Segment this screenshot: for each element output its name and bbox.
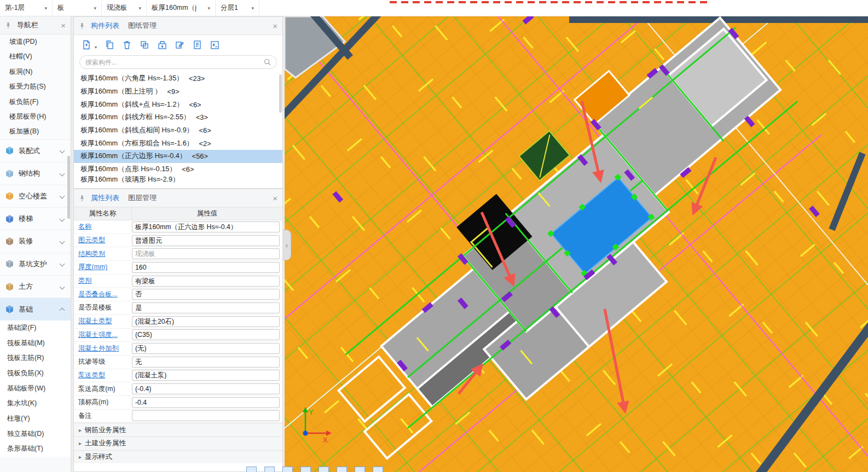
property-name[interactable]: 厚度(mm) bbox=[74, 263, 132, 272]
panel-collapse-tab[interactable]: ‹ bbox=[283, 230, 291, 260]
component-list-item[interactable]: 板厚160mm（斜线+点 Hs=-1.2）<6> bbox=[74, 98, 282, 111]
sidebar-group-4[interactable]: 装修 bbox=[0, 230, 71, 252]
sidebar-subitem-7[interactable]: 独立基础(D) bbox=[0, 427, 71, 442]
sidebar-group-7[interactable]: 基础 bbox=[0, 298, 71, 320]
property-name[interactable]: 泵送类型 bbox=[74, 371, 132, 380]
topbar-dropdown-5[interactable]: 分层1▾ bbox=[216, 0, 259, 16]
component-list-item[interactable]: 板厚160mm（点形 Hs=-0.15）<6> bbox=[74, 163, 282, 176]
pin-icon[interactable] bbox=[5, 22, 11, 29]
viewport-canvas[interactable]: Y X bbox=[285, 16, 868, 472]
property-value-input[interactable]: 有梁板 bbox=[132, 276, 280, 287]
sidebar-group-3[interactable]: 楼梯 bbox=[0, 207, 71, 230]
property-name[interactable]: 图元类型 bbox=[74, 236, 132, 245]
search-input[interactable] bbox=[85, 59, 261, 66]
topbar-dropdown-4[interactable]: 板厚160mm（į▾ bbox=[147, 0, 216, 16]
property-value-input[interactable] bbox=[132, 410, 280, 421]
sidebar-item-6[interactable]: 板加腋(B) bbox=[0, 124, 71, 139]
view-control-icon[interactable] bbox=[282, 467, 293, 472]
sidebar-group-5[interactable]: 基坑支护 bbox=[0, 253, 71, 275]
sidebar-subitem-8[interactable]: 条形基础(T) bbox=[0, 441, 71, 457]
view-control-icon[interactable] bbox=[264, 467, 275, 472]
sidebar-subitem-5[interactable]: 集水坑(K) bbox=[0, 396, 71, 411]
property-name[interactable]: 混凝土外加剂 bbox=[74, 344, 132, 353]
properties-tab-1[interactable]: 图层管理 bbox=[128, 189, 157, 207]
property-value-input[interactable]: 否 bbox=[132, 289, 280, 300]
property-name[interactable]: 是否叠合板... bbox=[74, 290, 132, 299]
layer-copy-icon[interactable] bbox=[137, 38, 152, 53]
component-doc-icon[interactable] bbox=[189, 38, 204, 53]
pin-icon[interactable] bbox=[79, 195, 85, 202]
properties-tab-0[interactable]: 属性列表 bbox=[91, 189, 119, 207]
search-icon[interactable] bbox=[264, 59, 271, 66]
pin-icon[interactable] bbox=[79, 22, 85, 30]
sidebar-subitem-2[interactable]: 筏板主筋(R) bbox=[0, 351, 71, 366]
view-control-icon[interactable] bbox=[300, 467, 311, 472]
filter-expression-icon[interactable] bbox=[207, 38, 222, 53]
property-value-input[interactable]: (混凝土20石) bbox=[132, 316, 280, 327]
component-list-item[interactable]: 板厚160mm（玻璃形 Hs=-2.9） bbox=[74, 176, 282, 183]
component-list-item[interactable]: 板厚160mm（斜线方框 Hs=-2.55）<3> bbox=[74, 111, 282, 124]
sidebar-group-6[interactable]: 土方 bbox=[0, 275, 71, 298]
sidebar-group-2[interactable]: 空心楼盖 bbox=[0, 185, 71, 207]
property-name[interactable]: 混凝土类型 bbox=[74, 317, 132, 326]
component-list-item[interactable]: 板厚160mm（六角星 Hs=-1.35）<23> bbox=[74, 72, 282, 85]
property-name[interactable]: 类别 bbox=[74, 276, 132, 285]
component-list-item[interactable]: 板厚160mm（斜线点相间 Hs=-0.9）<6> bbox=[74, 124, 282, 137]
property-row: 泵送类型(混凝土泵) bbox=[74, 369, 282, 383]
sidebar-subitem-1[interactable]: 筏板基础(M) bbox=[0, 336, 71, 351]
cad-viewport[interactable]: Y X bbox=[285, 16, 868, 472]
sidebar-subitem-0[interactable]: 基础梁(F) bbox=[0, 321, 71, 336]
sidebar-item-0[interactable]: 坡道(PD) bbox=[0, 34, 71, 49]
delete-component-icon[interactable] bbox=[119, 38, 134, 53]
copy-component-icon[interactable] bbox=[102, 38, 117, 53]
close-icon[interactable]: × bbox=[273, 22, 277, 30]
sidebar-scrollbar[interactable] bbox=[67, 156, 70, 219]
component-list-scrollbar[interactable] bbox=[279, 74, 282, 113]
topbar-dropdown-1[interactable]: 第-1层▾ bbox=[0, 0, 53, 16]
component-list-item[interactable]: 板厚160mm（正六边形 Hs=-0.4）<56> bbox=[74, 150, 282, 163]
property-section-0[interactable]: ▸钢筋业务属性 bbox=[74, 423, 282, 436]
property-name[interactable]: 名称 bbox=[74, 222, 132, 231]
topbar-dropdown-2[interactable]: 板▾ bbox=[53, 0, 102, 16]
view-control-icon[interactable] bbox=[373, 467, 383, 472]
property-section-1[interactable]: ▸土建业务属性 bbox=[74, 436, 282, 450]
property-value-input[interactable]: -0.4 bbox=[132, 397, 280, 408]
component-list-item[interactable]: 板厚160mm（方框形组合 Hs=-1.6）<2> bbox=[74, 137, 282, 150]
sidebar-subitem-3[interactable]: 筏板负筋(X) bbox=[0, 366, 71, 381]
close-icon[interactable]: × bbox=[61, 21, 66, 30]
component-tab-1[interactable]: 图纸管理 bbox=[128, 17, 157, 34]
property-name[interactable]: 混凝土强度... bbox=[74, 330, 132, 340]
property-value-input[interactable]: 现浇板 bbox=[132, 248, 280, 259]
sidebar-item-1[interactable]: 柱帽(V) bbox=[0, 49, 71, 64]
sidebar-item-3[interactable]: 板受力筋(S) bbox=[0, 79, 71, 94]
property-value-input[interactable]: 是 bbox=[132, 302, 280, 313]
sidebar-item-2[interactable]: 板洞(N) bbox=[0, 65, 71, 79]
component-tab-0[interactable]: 构件列表 bbox=[91, 17, 119, 34]
property-value-input[interactable]: (无) bbox=[132, 343, 280, 354]
sidebar-group-1[interactable]: 钢结构 bbox=[0, 162, 71, 184]
sidebar-subitem-6[interactable]: 柱墩(Y) bbox=[0, 411, 71, 427]
rename-icon[interactable] bbox=[172, 38, 187, 53]
view-control-icon[interactable] bbox=[246, 467, 257, 472]
property-section-2[interactable]: ▸显示样式 bbox=[74, 450, 282, 464]
property-name[interactable]: 结构类别 bbox=[74, 249, 132, 259]
view-control-icon[interactable] bbox=[319, 467, 329, 472]
sidebar-item-4[interactable]: 板负筋(F) bbox=[0, 95, 71, 109]
property-value-input[interactable]: 普通图元 bbox=[132, 235, 280, 246]
sidebar-item-5[interactable]: 楼层板带(H) bbox=[0, 109, 71, 124]
property-value-input[interactable]: (C35) bbox=[132, 329, 280, 340]
property-value-input[interactable]: (-0.4) bbox=[132, 383, 280, 394]
component-list-item[interactable]: 板厚160mm（图上注明 ）<9> bbox=[74, 85, 282, 98]
sidebar-subitem-4[interactable]: 基础板带(W) bbox=[0, 381, 71, 397]
sidebar-group-0[interactable]: 装配式 bbox=[0, 139, 71, 162]
close-icon[interactable]: × bbox=[273, 194, 277, 202]
view-control-icon[interactable] bbox=[355, 467, 365, 472]
topbar-dropdown-3[interactable]: 现浇板▾ bbox=[102, 0, 147, 16]
property-value-input[interactable]: (混凝土泵) bbox=[132, 370, 280, 381]
new-component-icon[interactable] bbox=[79, 38, 94, 53]
view-control-icon[interactable] bbox=[337, 467, 347, 472]
archive-icon[interactable] bbox=[154, 38, 169, 53]
property-value-input[interactable]: 板厚160mm（正六边形 Hs=-0.4） bbox=[132, 222, 280, 232]
property-value-input[interactable]: 160 bbox=[132, 262, 280, 273]
property-value-input[interactable]: 无 bbox=[132, 357, 280, 368]
